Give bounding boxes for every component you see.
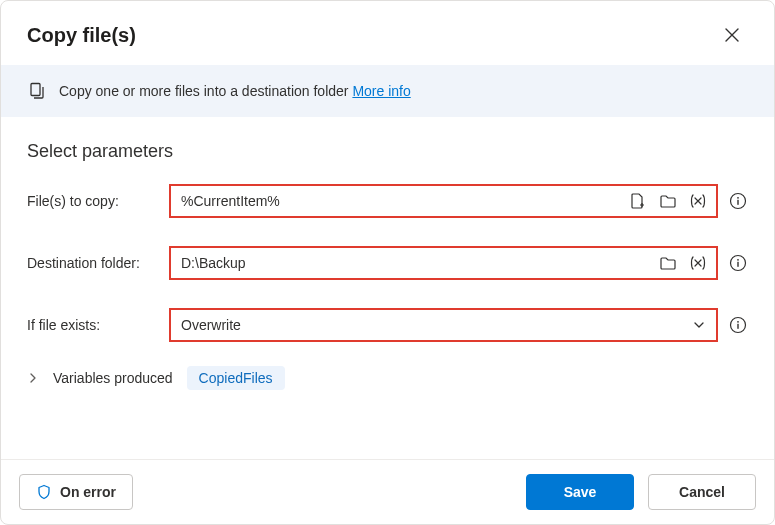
folder-icon[interactable] [658,191,678,211]
field-if-exists: If file exists: Overwrite [27,308,748,342]
section-title: Select parameters [27,141,748,162]
info-icon[interactable] [728,315,748,335]
svg-rect-6 [737,262,738,267]
variable-icon[interactable] [688,253,708,273]
chevron-down-icon [692,318,706,332]
close-button[interactable] [716,19,748,51]
files-to-copy-input-wrap [169,184,718,218]
if-exists-label: If file exists: [27,317,169,333]
svg-point-2 [737,197,739,199]
dialog-body: Select parameters File(s) to copy: [1,117,774,459]
destination-input-wrap [169,246,718,280]
destination-label: Destination folder: [27,255,169,271]
destination-input[interactable] [181,255,658,271]
select-file-icon[interactable] [628,191,648,211]
field-destination: Destination folder: [27,246,748,280]
banner-text: Copy one or more files into a destinatio… [59,83,411,99]
variable-chip[interactable]: CopiedFiles [187,366,285,390]
info-icon[interactable] [728,253,748,273]
dialog-title: Copy file(s) [27,24,136,47]
copy-icon [27,81,47,101]
info-banner: Copy one or more files into a destinatio… [1,65,774,117]
folder-icon[interactable] [658,253,678,273]
files-to-copy-label: File(s) to copy: [27,193,169,209]
svg-point-8 [737,321,739,323]
svg-point-5 [737,259,739,261]
dialog-header: Copy file(s) [1,1,774,65]
more-info-link[interactable]: More info [352,83,410,99]
close-icon [725,28,739,42]
svg-rect-0 [31,84,40,96]
if-exists-select[interactable]: Overwrite [169,308,718,342]
dialog-footer: On error Save Cancel [1,459,774,524]
field-files-to-copy: File(s) to copy: [27,184,748,218]
if-exists-value: Overwrite [181,317,241,333]
variable-icon[interactable] [688,191,708,211]
files-to-copy-input[interactable] [181,193,628,209]
info-icon[interactable] [728,191,748,211]
save-button[interactable]: Save [526,474,634,510]
on-error-button[interactable]: On error [19,474,133,510]
svg-rect-3 [737,200,738,205]
shield-icon [36,484,52,500]
cancel-button[interactable]: Cancel [648,474,756,510]
chevron-right-icon[interactable] [27,372,39,384]
variables-row: Variables produced CopiedFiles [27,366,748,390]
variables-label: Variables produced [53,370,173,386]
svg-rect-9 [737,324,738,329]
copy-files-dialog: Copy file(s) Copy one or more files into… [0,0,775,525]
